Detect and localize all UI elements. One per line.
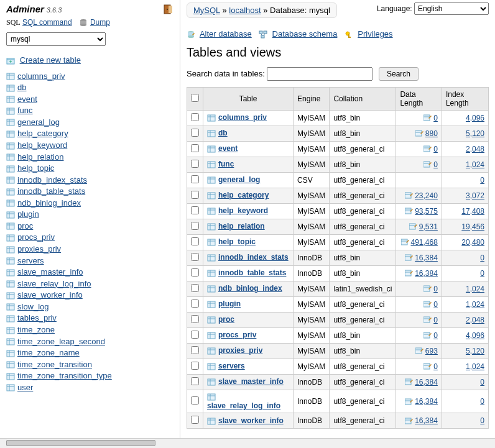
- row-checkbox[interactable]: [191, 237, 199, 245]
- table-name-link[interactable]: proc: [218, 315, 234, 324]
- row-checkbox[interactable]: [191, 362, 199, 370]
- sidebar-table-link[interactable]: servers: [17, 256, 44, 265]
- data-length-link[interactable]: 16,384: [415, 416, 438, 425]
- table-name-link[interactable]: slave_master_info: [218, 377, 284, 386]
- sidebar-table-link[interactable]: time_zone: [17, 325, 55, 334]
- row-checkbox[interactable]: [191, 377, 199, 385]
- row-checkbox[interactable]: [191, 253, 199, 261]
- data-length-link[interactable]: 0: [433, 316, 438, 324]
- row-checkbox[interactable]: [191, 175, 199, 183]
- table-name-link[interactable]: innodb_table_stats: [218, 268, 286, 277]
- row-checkbox[interactable]: [191, 129, 199, 137]
- sidebar-table-link[interactable]: columns_priv: [17, 71, 65, 81]
- logout-icon[interactable]: [164, 4, 173, 14]
- data-length-link[interactable]: 0: [433, 160, 438, 169]
- dump-link[interactable]: Dump: [90, 18, 110, 27]
- row-checkbox[interactable]: [191, 144, 199, 152]
- row-checkbox[interactable]: [191, 191, 199, 199]
- data-length-link[interactable]: 16,384: [415, 378, 438, 386]
- index-length-link[interactable]: 20,480: [461, 238, 484, 247]
- sidebar-table-link[interactable]: help_relation: [17, 152, 63, 162]
- col-engine[interactable]: Engine: [294, 87, 330, 110]
- sidebar-table-link[interactable]: general_log: [17, 117, 60, 127]
- database-schema-link[interactable]: Database schema: [272, 29, 338, 39]
- sidebar-table-link[interactable]: slave_relay_log_info: [17, 279, 91, 288]
- sidebar-table-link[interactable]: user: [17, 383, 33, 392]
- row-checkbox[interactable]: [191, 222, 199, 230]
- table-name-link[interactable]: db: [218, 129, 228, 137]
- index-length-link[interactable]: 5,120: [466, 347, 484, 355]
- table-name-link[interactable]: func: [218, 160, 234, 168]
- index-length-link[interactable]: 17,408: [461, 207, 484, 216]
- data-length-link[interactable]: 0: [433, 331, 438, 340]
- data-length-link[interactable]: 0: [433, 145, 438, 153]
- index-length-link[interactable]: 4,096: [466, 114, 484, 122]
- table-name-link[interactable]: slave_relay_log_info: [207, 401, 280, 410]
- sidebar-table-link[interactable]: procs_priv: [17, 232, 55, 242]
- sidebar-table-link[interactable]: help_category: [17, 129, 68, 138]
- table-name-link[interactable]: proxies_priv: [218, 346, 262, 355]
- index-length-link[interactable]: 0: [480, 254, 484, 262]
- alter-database-link[interactable]: Alter database: [200, 29, 252, 39]
- sidebar-table-link[interactable]: time_zone_name: [17, 348, 80, 357]
- table-name-link[interactable]: help_topic: [218, 237, 256, 246]
- row-checkbox[interactable]: [191, 331, 199, 339]
- sidebar-table-link[interactable]: innodb_index_stats: [17, 175, 87, 185]
- table-name-link[interactable]: ndb_binlog_index: [218, 284, 282, 293]
- index-length-link[interactable]: 5,120: [466, 129, 484, 138]
- index-length-link[interactable]: 19,456: [461, 222, 484, 231]
- index-length-link[interactable]: 0: [480, 397, 484, 406]
- index-length-link[interactable]: 2,048: [466, 316, 484, 324]
- table-name-link[interactable]: help_category: [218, 191, 269, 199]
- sidebar-table-link[interactable]: time_zone_transition_type: [17, 371, 112, 380]
- row-checkbox[interactable]: [191, 396, 199, 405]
- create-table-link[interactable]: Create new table: [20, 55, 81, 65]
- data-length-link[interactable]: 0: [433, 114, 438, 122]
- privileges-link[interactable]: Privileges: [358, 29, 392, 39]
- data-length-link[interactable]: 93,575: [415, 207, 438, 216]
- table-name-link[interactable]: event: [218, 144, 238, 153]
- data-length-link[interactable]: 0: [433, 285, 438, 293]
- sidebar-table-link[interactable]: db: [17, 83, 26, 92]
- breadcrumb-host[interactable]: localhost: [229, 6, 261, 15]
- row-checkbox[interactable]: [191, 206, 199, 214]
- sidebar-table-link[interactable]: proc: [17, 221, 33, 231]
- data-length-link[interactable]: 16,384: [415, 254, 438, 262]
- sidebar-table-link[interactable]: slow_log: [17, 302, 49, 311]
- horizontal-scrollbar[interactable]: [0, 438, 495, 448]
- index-length-link[interactable]: 0: [480, 176, 484, 185]
- col-table[interactable]: Table: [203, 87, 294, 110]
- sidebar-table-link[interactable]: func: [17, 106, 33, 115]
- data-length-link[interactable]: 16,384: [415, 269, 438, 278]
- index-length-link[interactable]: 3,072: [466, 191, 484, 200]
- table-name-link[interactable]: procs_priv: [218, 331, 256, 339]
- sidebar-table-link[interactable]: slave_master_info: [17, 267, 83, 277]
- index-length-link[interactable]: 1,024: [466, 160, 484, 169]
- language-select[interactable]: English: [414, 2, 489, 15]
- database-select[interactable]: mysql: [6, 32, 106, 46]
- row-checkbox[interactable]: [191, 315, 199, 323]
- row-checkbox[interactable]: [191, 284, 199, 292]
- sidebar-table-link[interactable]: innodb_table_stats: [17, 186, 85, 196]
- sidebar-table-link[interactable]: plugin: [17, 209, 39, 219]
- table-name-link[interactable]: help_relation: [218, 222, 265, 231]
- sidebar-table-link[interactable]: event: [17, 94, 37, 104]
- sql-command-link[interactable]: SQL command: [22, 18, 72, 27]
- col-collation[interactable]: Collation: [330, 87, 396, 110]
- data-length-link[interactable]: 23,240: [415, 191, 438, 200]
- col-data-length[interactable]: Data Length: [396, 87, 442, 110]
- table-name-link[interactable]: help_keyword: [218, 206, 268, 215]
- row-checkbox[interactable]: [191, 416, 199, 424]
- data-length-link[interactable]: 880: [425, 129, 438, 138]
- sidebar-table-link[interactable]: time_zone_transition: [17, 360, 92, 369]
- search-input[interactable]: [267, 67, 372, 81]
- index-length-link[interactable]: 4,096: [466, 331, 484, 340]
- index-length-link[interactable]: 1,024: [466, 300, 484, 309]
- col-index-length[interactable]: Index Length: [442, 87, 488, 110]
- table-name-link[interactable]: columns_priv: [218, 113, 267, 122]
- breadcrumb-server[interactable]: MySQL: [193, 6, 220, 15]
- index-length-link[interactable]: 0: [480, 378, 484, 386]
- index-length-link[interactable]: 1,024: [466, 285, 484, 293]
- row-checkbox[interactable]: [191, 268, 199, 277]
- search-button[interactable]: Search: [379, 67, 419, 81]
